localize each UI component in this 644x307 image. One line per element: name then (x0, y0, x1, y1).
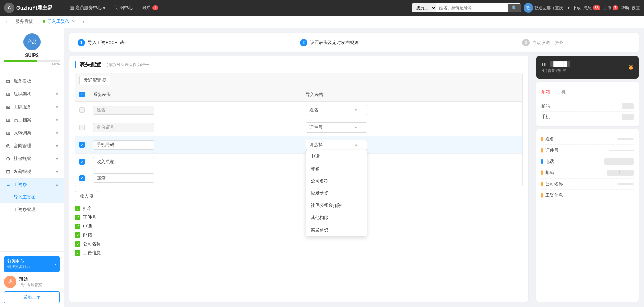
settings-item[interactable]: 设置 (632, 5, 640, 11)
checkbox-idcard-label: 证件号 (83, 214, 96, 220)
row-email-system-input[interactable] (93, 173, 154, 183)
sidebar-item-transfer[interactable]: ⊞ 入转调离 ∨ (0, 126, 64, 139)
dropdown-item-other-deduction[interactable]: 其他扣除 (306, 212, 367, 224)
detail-row-phone: 电话 1 (541, 156, 634, 167)
work-order-badge: 7 (613, 5, 618, 10)
start-work-order-button[interactable]: 发起工单 (4, 291, 60, 303)
profile-avatar: 产品 (23, 33, 41, 50)
row-email-checkbox[interactable]: ✓ (79, 175, 85, 181)
dropdown-item-social-deduction[interactable]: 社保公积金扣除 (306, 199, 367, 212)
sidebar-item-social[interactable]: ⊙ 社保托管 ∨ (0, 152, 64, 165)
dropdown-item-salary-actual[interactable]: 实发薪资 (306, 224, 367, 236)
dropdown-item-company[interactable]: 公司名称 (306, 175, 367, 187)
main-card: 表头配置 （每项对应表头仅为唯一） 发送配置项 ✓ 系统表头 导入表格 (69, 56, 528, 302)
sidebar-item-badge[interactable]: ⊠ 工牌服务 ∨ (0, 101, 64, 113)
sidebar-item-badge-label: 工牌服务 (14, 104, 31, 110)
row-income-system-input[interactable] (93, 157, 154, 166)
checkbox-idcard[interactable]: ✓ (75, 215, 80, 220)
search-button[interactable]: 🔍 (508, 4, 521, 12)
sidebar-item-social-label: 社保托管 (14, 156, 31, 162)
tab-back-btn[interactable]: ‹ (3, 19, 11, 25)
nav-service-center[interactable]: ▦ 雇员服务中心 ▾ (66, 3, 109, 12)
messages-item[interactable]: 消息 33 (583, 5, 600, 11)
income-btn[interactable]: 收入项 (75, 191, 98, 201)
logo-text: GuzhuYI雇主易 (16, 5, 52, 11)
subscription-sub: 链接更多能力 (7, 264, 30, 270)
dropdown-item-salary-due[interactable]: 应发薪资 (306, 187, 367, 199)
step-1-label: 导入工资EXCEL表 (88, 40, 125, 46)
dropdown-item-email[interactable]: 邮箱 (306, 163, 367, 175)
checkbox-email[interactable]: ✓ (75, 232, 80, 238)
detail-bar-icon5 (541, 193, 543, 198)
step-2-label: 设置表头及定时发布规则 (310, 40, 359, 46)
checkbox-name[interactable]: ✓ (75, 206, 80, 211)
chevron-down-icon: ▾ (568, 5, 570, 10)
tab-service-board[interactable]: 服务看板 (11, 16, 38, 27)
table-row: ✓ ▾ (75, 154, 522, 170)
content-area: 1 导入工资EXCEL表 2 设置表头及定时发布规则 3 自动发送工资条 表头配… (64, 28, 644, 307)
sidebar-subitem-salary-manage[interactable]: 工资条管理 (0, 203, 64, 216)
config-btn[interactable]: 发送配置项 (79, 76, 110, 85)
logo[interactable]: G GuzhuYI雇主易 (4, 3, 52, 13)
tab-email[interactable]: 邮箱 (541, 86, 550, 98)
sidebar-item-staff-label: 员工档案 (14, 117, 31, 123)
sidebar-subitem-import-salary-label: 导入工资条 (14, 194, 36, 200)
detail-row-salary-info: 工资信息 (541, 190, 634, 201)
tab-mobile[interactable]: 手机 (557, 86, 566, 98)
tab-close-icon[interactable]: ✕ (71, 19, 75, 24)
sidebar-item-contract[interactable]: ◎ 合同管理 ∨ (0, 139, 64, 152)
checkbox-salary-info[interactable]: ✓ (75, 250, 80, 256)
right-panel: HI, ████ 4月份薪资明细 ¥ 邮箱 手机 (536, 56, 639, 302)
checkbox-name-label: 姓名 (83, 205, 92, 212)
info-row-email: 邮箱 (541, 101, 634, 112)
company-name: 乾通互连（重庆... (534, 5, 566, 11)
user-company-item[interactable]: 乾 乾通互连（重庆... ▾ (524, 3, 570, 13)
dropdown-item-phone[interactable]: 电话 (306, 150, 367, 163)
sidebar-item-payroll[interactable]: ⊟ 发薪报税 ∨ (0, 165, 64, 178)
config-box: 发送配置项 ✓ 系统表头 导入表格 (75, 73, 523, 186)
income-section: 收入项 ✓ 姓名 ✓ 证件号 ✓ 电话 (75, 191, 523, 256)
nav-subscription[interactable]: 订阅中心 (112, 3, 136, 12)
sidebar-item-staff[interactable]: ⊞ 员工档案 ∨ (0, 113, 64, 126)
row-mobile-system-input[interactable] (93, 140, 154, 150)
checkbox-company[interactable]: ✓ (75, 241, 80, 247)
work-order-item[interactable]: 工单 7 (603, 5, 618, 11)
sidebar-menu: ▦ 服务看板 ⊞ 组织架构 ∨ ⊠ 工牌服务 ∨ ⊞ 员工档案 ∨ ⊞ 入转调离 (0, 72, 64, 251)
download-item[interactable]: 下载 (573, 5, 581, 11)
sidebar: 产品 SUIP2 60% ▦ 服务看板 ⊞ 组织架构 ∨ ⊠ 工牌服 (0, 28, 64, 307)
nav-billing[interactable]: 账单 1 (139, 3, 161, 12)
billing-badge: 1 (152, 5, 158, 10)
sidebar-profile: 产品 SUIP2 60% (0, 28, 64, 72)
search-input[interactable] (436, 4, 508, 12)
avatar: 乾 (524, 3, 533, 13)
row-name-select[interactable]: 姓名 ▾ (306, 105, 367, 115)
list-item: ✓ 邮箱 (75, 232, 523, 238)
payroll-icon: ⊟ (5, 169, 11, 174)
chevron-down-icon3: ∨ (55, 118, 58, 122)
sidebar-item-salary[interactable]: ≡ 工资条 ∧ (0, 178, 64, 191)
checkbox-phone[interactable]: ✓ (75, 224, 80, 229)
row-mobile-select[interactable]: 请选择 ▾ (306, 140, 367, 150)
row-idcard-select[interactable]: 证件号 ▾ (306, 122, 367, 133)
row-mobile-checkbox[interactable]: ✓ (79, 142, 85, 148)
row-mobile-select-wrapper: 请选择 ▾ 电话 邮箱 公司名称 应发薪资 社保公积金扣除 其他扣除 (306, 140, 518, 150)
sidebar-item-org[interactable]: ⊞ 组织架构 ∨ (0, 88, 64, 101)
org-icon: ⊞ (5, 91, 11, 97)
sidebar-subitem-import-salary[interactable]: 导入工资条 (0, 191, 64, 203)
tab-forward-btn[interactable]: › (80, 19, 87, 25)
subscription-box[interactable]: 订阅中心 链接更多能力 › (4, 256, 60, 272)
sidebar-item-dashboard[interactable]: ▦ 服务看板 (0, 75, 64, 88)
badge-icon: ⊠ (5, 104, 11, 110)
row-income-checkbox[interactable]: ✓ (79, 159, 85, 165)
help-item[interactable]: 帮助 (621, 5, 629, 11)
tab-import-salary[interactable]: 导入工资条 ✕ (38, 16, 80, 27)
select-all-checkbox[interactable]: ✓ (79, 92, 85, 97)
list-item: ✓ 证件号 (75, 214, 523, 220)
user-name: 琪达 (19, 276, 42, 282)
search-type-select[interactable]: 搜员工 (412, 3, 436, 12)
sidebar-item-transfer-label: 入转调离 (14, 130, 31, 136)
info-row-mobile: 手机 (541, 112, 634, 122)
logo-icon: G (4, 3, 14, 13)
step-3-circle: 3 (522, 39, 530, 46)
salary-name: ████ (550, 61, 570, 67)
